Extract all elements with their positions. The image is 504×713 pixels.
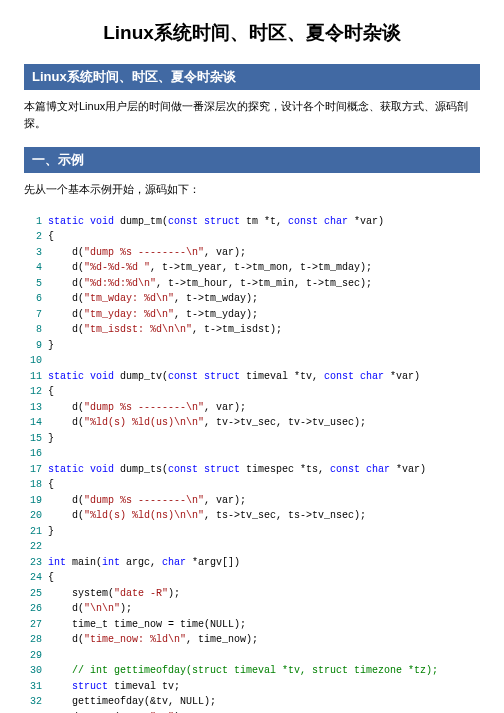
line-number: 29 — [24, 648, 42, 664]
code-line: 21} — [24, 524, 480, 540]
code-line: 22 — [24, 539, 480, 555]
code-line: 5 d("%d:%d:%d\n", t->tm_hour, t->tm_min,… — [24, 276, 480, 292]
code-line: 7 d("tm_yday: %d\n", t->tm_yday); — [24, 307, 480, 323]
code-block: 1static void dump_tm(const struct tm *t,… — [24, 214, 480, 714]
code-content: time_t time_now = time(NULL); — [48, 617, 246, 633]
line-number: 7 — [24, 307, 42, 323]
code-line: 15} — [24, 431, 480, 447]
code-line: 23int main(int argc, char *argv[]) — [24, 555, 480, 571]
code-line: 28 d("time_now: %ld\n", time_now); — [24, 632, 480, 648]
code-content: d("tm_yday: %d\n", t->tm_yday); — [48, 307, 258, 323]
line-number: 3 — [24, 245, 42, 261]
code-content: } — [48, 431, 54, 447]
line-number: 17 — [24, 462, 42, 478]
line-number: 26 — [24, 601, 42, 617]
code-line: 25 system("date -R"); — [24, 586, 480, 602]
line-number: 1 — [24, 214, 42, 230]
line-number: 11 — [24, 369, 42, 385]
line-number: 8 — [24, 322, 42, 338]
code-content: d("time_now: %ld\n", time_now); — [48, 632, 258, 648]
line-number: 32 — [24, 694, 42, 710]
line-number: 25 — [24, 586, 42, 602]
code-content: } — [48, 524, 54, 540]
code-line: 12{ — [24, 384, 480, 400]
code-line: 9} — [24, 338, 480, 354]
code-content: d("tm_wday: %d\n", t->tm_wday); — [48, 291, 258, 307]
code-content: dump_tv(&tv, "tv"); — [48, 710, 186, 714]
code-content: d("dump %s --------\n", var); — [48, 493, 246, 509]
line-number: 10 — [24, 353, 42, 369]
section-header-main: Linux系统时间、时区、夏令时杂谈 — [24, 64, 480, 90]
code-line: 29 — [24, 648, 480, 664]
code-content: d("%ld(s) %ld(ns)\n\n", ts->tv_sec, ts->… — [48, 508, 366, 524]
code-line: 18{ — [24, 477, 480, 493]
line-number: 20 — [24, 508, 42, 524]
section-header-example: 一、示例 — [24, 147, 480, 173]
code-line: 10 — [24, 353, 480, 369]
line-number: 14 — [24, 415, 42, 431]
code-content: { — [48, 570, 54, 586]
code-content — [48, 539, 54, 555]
code-line: 17static void dump_ts(const struct times… — [24, 462, 480, 478]
code-content: d("tm_isdst: %d\n\n", t->tm_isdst); — [48, 322, 282, 338]
code-line: 16 — [24, 446, 480, 462]
line-number: 4 — [24, 260, 42, 276]
code-content: static void dump_tm(const struct tm *t, … — [48, 214, 384, 230]
line-number: 23 — [24, 555, 42, 571]
code-content — [48, 353, 54, 369]
code-content: struct timeval tv; — [48, 679, 180, 695]
line-number: 5 — [24, 276, 42, 292]
code-line: 31 struct timeval tv; — [24, 679, 480, 695]
line-number: 18 — [24, 477, 42, 493]
code-content — [48, 648, 54, 664]
line-number: 22 — [24, 539, 42, 555]
code-content: d("dump %s --------\n", var); — [48, 400, 246, 416]
line-number: 27 — [24, 617, 42, 633]
code-line: 1static void dump_tm(const struct tm *t,… — [24, 214, 480, 230]
code-content: { — [48, 384, 54, 400]
code-content: d("dump %s --------\n", var); — [48, 245, 246, 261]
code-line: 8 d("tm_isdst: %d\n\n", t->tm_isdst); — [24, 322, 480, 338]
code-content: d("%d:%d:%d\n", t->tm_hour, t->tm_min, t… — [48, 276, 372, 292]
code-content: { — [48, 477, 54, 493]
code-line: 19 d("dump %s --------\n", var); — [24, 493, 480, 509]
code-line: 13 d("dump %s --------\n", var); — [24, 400, 480, 416]
code-line: 6 d("tm_wday: %d\n", t->tm_wday); — [24, 291, 480, 307]
code-line: 4 d("%d-%d-%d ", t->tm_year, t->tm_mon, … — [24, 260, 480, 276]
code-content: system("date -R"); — [48, 586, 180, 602]
code-content: int main(int argc, char *argv[]) — [48, 555, 240, 571]
code-content: static void dump_tv(const struct timeval… — [48, 369, 420, 385]
line-number: 9 — [24, 338, 42, 354]
code-line: 3 d("dump %s --------\n", var); — [24, 245, 480, 261]
code-line: 32 gettimeofday(&tv, NULL); — [24, 694, 480, 710]
line-number: 15 — [24, 431, 42, 447]
line-number: 19 — [24, 493, 42, 509]
line-number: 6 — [24, 291, 42, 307]
code-content: } — [48, 338, 54, 354]
code-content — [48, 446, 54, 462]
code-content: gettimeofday(&tv, NULL); — [48, 694, 216, 710]
code-line: 11static void dump_tv(const struct timev… — [24, 369, 480, 385]
code-content: d("\n\n"); — [48, 601, 132, 617]
line-number: 33 — [24, 710, 42, 714]
line-number: 28 — [24, 632, 42, 648]
line-number: 2 — [24, 229, 42, 245]
example-intro: 先从一个基本示例开始，源码如下： — [24, 181, 480, 198]
line-number: 21 — [24, 524, 42, 540]
code-line: 20 d("%ld(s) %ld(ns)\n\n", ts->tv_sec, t… — [24, 508, 480, 524]
code-line: 30 // int gettimeofday(struct timeval *t… — [24, 663, 480, 679]
line-number: 13 — [24, 400, 42, 416]
line-number: 24 — [24, 570, 42, 586]
code-line: 2{ — [24, 229, 480, 245]
code-line: 24{ — [24, 570, 480, 586]
code-line: 33 dump_tv(&tv, "tv"); — [24, 710, 480, 714]
code-content: d("%ld(s) %ld(us)\n\n", tv->tv_sec, tv->… — [48, 415, 366, 431]
code-content: static void dump_ts(const struct timespe… — [48, 462, 426, 478]
code-content: // int gettimeofday(struct timeval *tv, … — [48, 663, 438, 679]
code-content: { — [48, 229, 54, 245]
intro-text: 本篇博文对Linux用户层的时间做一番深层次的探究，设计各个时间概念、获取方式、… — [24, 98, 480, 131]
code-content: d("%d-%d-%d ", t->tm_year, t->tm_mon, t-… — [48, 260, 372, 276]
code-line: 27 time_t time_now = time(NULL); — [24, 617, 480, 633]
code-line: 14 d("%ld(s) %ld(us)\n\n", tv->tv_sec, t… — [24, 415, 480, 431]
line-number: 30 — [24, 663, 42, 679]
